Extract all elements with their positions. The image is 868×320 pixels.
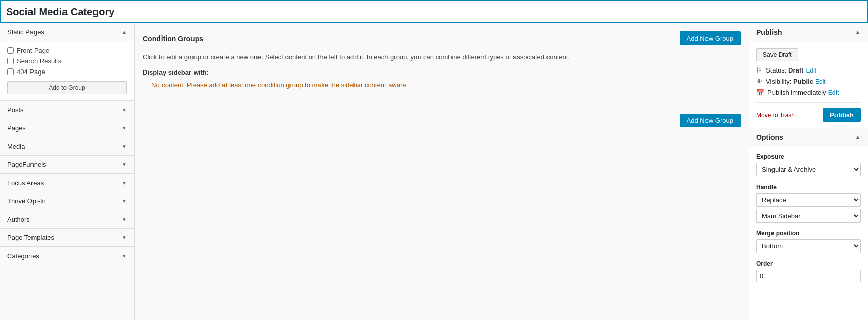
chevron-down-icon-media: ▼ <box>122 144 127 149</box>
page-title-input[interactable] <box>6 6 862 18</box>
eye-icon: 👁 <box>756 78 763 85</box>
chevron-down-icon-posts: ▼ <box>122 107 127 113</box>
sidebar-section-thrive-opt-in: Thrive Opt-In ▼ <box>0 192 134 210</box>
order-label: Order <box>756 260 861 267</box>
publish-panel-title: Publish <box>756 28 782 37</box>
publish-panel-content: Save Draft 🏳 Status: Draft Edit 👁 Visibi… <box>749 42 868 128</box>
sidebar-section-label-authors: Authors <box>7 216 30 223</box>
sidebar-section-label-page-templates: Page Templates <box>7 234 54 241</box>
sidebar-section-header-focus-areas[interactable]: Focus Areas ▼ <box>0 174 134 192</box>
publish-panel: Publish ▲ Save Draft 🏳 Status: Draft Edi… <box>749 23 868 128</box>
publish-collapse-icon[interactable]: ▲ <box>855 29 861 36</box>
flag-icon: 🏳 <box>756 66 763 74</box>
add-new-group-button-top[interactable]: Add New Group <box>680 31 741 45</box>
options-collapse-icon[interactable]: ▲ <box>855 134 861 141</box>
right-sidebar: Publish ▲ Save Draft 🏳 Status: Draft Edi… <box>749 23 868 320</box>
condition-groups-header: Condition Groups Add New Group <box>143 31 741 45</box>
sidebar-section-header-static-pages[interactable]: Static Pages ▲ <box>0 23 134 41</box>
add-new-group-button-bottom[interactable]: Add New Group <box>680 114 741 127</box>
sidebar-section-label-media: Media <box>7 143 25 150</box>
move-to-trash-link[interactable]: Move to Trash <box>756 112 795 119</box>
merge-position-select[interactable]: Bottom Top <box>756 239 861 253</box>
handle-label: Handle <box>756 184 861 191</box>
sidebar-section-label-thrive-opt-in: Thrive Opt-In <box>7 197 46 205</box>
sidebar-section-header-categories[interactable]: Categories ▼ <box>0 247 134 265</box>
publish-time-value: immediately <box>791 89 826 96</box>
publish-button[interactable]: Publish <box>823 108 861 122</box>
visibility-value: Public <box>793 78 813 85</box>
status-edit-link[interactable]: Edit <box>806 67 816 74</box>
no-content-text: No content. Please add at least one cond… <box>143 79 741 91</box>
chevron-down-icon-categories: ▼ <box>122 253 127 259</box>
save-draft-button[interactable]: Save Draft <box>756 48 798 61</box>
options-panel-title: Options <box>756 133 783 141</box>
sidebar-section-content-static-pages: Front Page Search Results 404 Page Add t… <box>0 41 134 100</box>
left-sidebar: Static Pages ▲ Front Page Search Results <box>0 23 135 320</box>
chevron-down-icon-pages: ▼ <box>122 125 127 131</box>
item-label: Front Page <box>17 47 49 54</box>
sidebar-section-authors: Authors ▼ <box>0 210 134 229</box>
sidebar-section-categories: Categories ▼ <box>0 247 134 265</box>
visibility-label: Visibility: <box>766 78 791 85</box>
visibility-edit-link[interactable]: Edit <box>815 78 826 85</box>
item-label: Search Results <box>17 57 61 65</box>
publish-panel-header: Publish ▲ <box>749 23 868 42</box>
checkbox-404-page[interactable] <box>7 68 14 75</box>
visibility-row: 👁 Visibility: Public Edit <box>756 78 861 85</box>
sidebar-section-header-authors[interactable]: Authors ▼ <box>0 210 134 228</box>
options-panel-header: Options ▲ <box>749 128 868 147</box>
list-item: Search Results <box>7 56 127 66</box>
sidebar-section-label-pages: Pages <box>7 124 26 132</box>
order-input[interactable] <box>756 270 861 282</box>
condition-groups-title: Condition Groups <box>143 34 203 43</box>
publish-time-edit-link[interactable]: Edit <box>828 89 839 96</box>
title-bar <box>0 0 868 23</box>
sidebar-section-header-posts[interactable]: Posts ▼ <box>0 101 134 119</box>
sidebar-section-media: Media ▼ <box>0 137 134 156</box>
sidebar-section-label-categories: Categories <box>7 252 39 260</box>
list-item: 404 Page <box>7 66 127 77</box>
chevron-down-icon-pagefunnels: ▼ <box>122 162 127 167</box>
publish-footer: Move to Trash Publish <box>756 102 861 122</box>
publish-label: Publish <box>767 89 789 96</box>
sidebar-section-pagefunnels: PageFunnels ▼ <box>0 156 134 174</box>
status-value: Draft <box>788 66 803 74</box>
sidebar-section-label-static-pages: Static Pages <box>7 28 44 36</box>
condition-groups-footer: Add New Group <box>143 106 741 127</box>
chevron-down-icon-thrive-opt-in: ▼ <box>122 198 127 204</box>
sidebar-select[interactable]: Main Sidebar Secondary Sidebar <box>756 209 861 223</box>
main-layout: Static Pages ▲ Front Page Search Results <box>0 23 868 320</box>
sidebar-section-label-focus-areas: Focus Areas <box>7 179 44 187</box>
item-label: 404 Page <box>17 68 45 76</box>
chevron-down-icon-page-templates: ▼ <box>122 235 127 240</box>
merge-position-label: Merge position <box>756 230 861 237</box>
options-panel-content: Exposure Singular & Archive Singular Arc… <box>749 147 868 289</box>
chevron-down-icon-authors: ▼ <box>122 217 127 222</box>
list-item: Front Page <box>7 45 127 56</box>
sidebar-section-header-thrive-opt-in[interactable]: Thrive Opt-In ▼ <box>0 192 134 210</box>
calendar-icon: 📅 <box>756 89 764 96</box>
add-to-group-button[interactable]: Add to Group <box>7 81 127 94</box>
sidebar-section-header-pagefunnels[interactable]: PageFunnels ▼ <box>0 156 134 173</box>
status-row: 🏳 Status: Draft Edit <box>756 66 861 74</box>
options-panel: Options ▲ Exposure Singular & Archive Si… <box>749 128 868 289</box>
center-content: Condition Groups Add New Group Click to … <box>135 23 749 320</box>
chevron-up-icon-static-pages: ▲ <box>122 29 127 35</box>
sidebar-section-page-templates: Page Templates ▼ <box>0 229 134 247</box>
status-label: Status: <box>766 66 786 74</box>
publish-time-row: 📅 Publish immediately Edit <box>756 89 861 96</box>
sidebar-section-focus-areas: Focus Areas ▼ <box>0 174 134 192</box>
sidebar-section-label-pagefunnels: PageFunnels <box>7 161 46 168</box>
sidebar-section-static-pages: Static Pages ▲ Front Page Search Results <box>0 23 134 101</box>
handle-select[interactable]: Replace Prepend Append <box>756 193 861 207</box>
exposure-select[interactable]: Singular & Archive Singular Archive <box>756 163 861 176</box>
sidebar-section-header-page-templates[interactable]: Page Templates ▼ <box>0 229 134 246</box>
static-pages-list: Front Page Search Results 404 Page <box>7 45 127 77</box>
sidebar-section-posts: Posts ▼ <box>0 101 134 119</box>
sidebar-section-header-media[interactable]: Media ▼ <box>0 137 134 155</box>
checkbox-search-results[interactable] <box>7 58 14 64</box>
display-sidebar-label: Display sidebar with: <box>143 68 741 76</box>
sidebar-section-header-pages[interactable]: Pages ▼ <box>0 119 134 137</box>
checkbox-front-page[interactable] <box>7 47 14 54</box>
info-text: Click to edit a group or create a new on… <box>143 52 741 62</box>
